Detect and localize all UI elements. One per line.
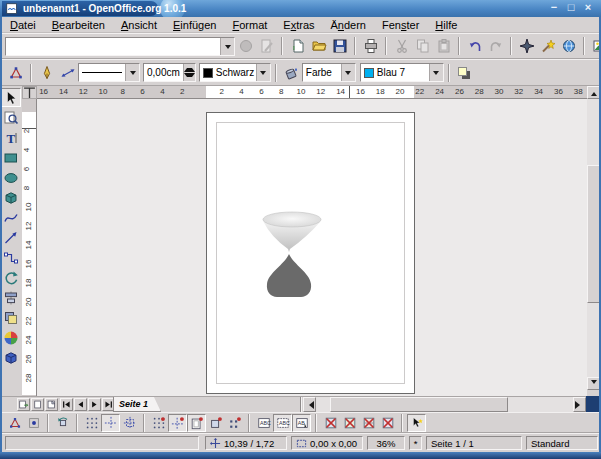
scroll-left-button[interactable] xyxy=(303,397,316,412)
master-mode-button[interactable] xyxy=(45,398,58,411)
edit-points-icon[interactable] xyxy=(5,414,24,432)
show-grid-icon[interactable] xyxy=(82,414,101,432)
horizontal-scrollbar[interactable] xyxy=(303,397,586,412)
draft-picture-icon[interactable] xyxy=(321,414,340,432)
page-mode-button[interactable] xyxy=(31,398,44,411)
lines-arrows-tool[interactable] xyxy=(1,228,21,247)
ellipse-tool[interactable] xyxy=(1,168,21,187)
new-document-icon[interactable] xyxy=(287,36,308,56)
status-zoom-field[interactable]: 36% xyxy=(367,436,405,450)
drawing-canvas[interactable] xyxy=(37,99,587,396)
drawing-funnel-and-drop[interactable] xyxy=(207,113,414,393)
line-width-value[interactable]: 0,00cm xyxy=(144,64,183,81)
horizontal-ruler[interactable]: 1614121086422468101214161820222426283032… xyxy=(37,86,587,99)
menu-hilfe[interactable]: Hilfe xyxy=(427,18,465,32)
snap-to-grid-icon[interactable] xyxy=(149,414,168,432)
status-style-field[interactable]: Standard xyxy=(526,436,598,450)
glue-points-icon[interactable] xyxy=(24,414,43,432)
select-text-area-icon[interactable]: ABC xyxy=(273,414,292,432)
layer-mode-button[interactable] xyxy=(17,398,30,411)
spin-up-button[interactable] xyxy=(184,64,195,73)
status-page-field[interactable]: Seite 1 / 1 xyxy=(426,436,522,450)
draft-line-icon[interactable] xyxy=(378,414,397,432)
menu-ansicht[interactable]: Ansicht xyxy=(113,18,165,32)
guides-when-moving-icon[interactable] xyxy=(120,414,139,432)
rectangle-tool[interactable] xyxy=(1,148,21,167)
3d-controller-tool[interactable] xyxy=(1,348,21,367)
connector-tool[interactable] xyxy=(1,248,21,267)
copy-icon[interactable] xyxy=(412,36,433,56)
rotate-tool[interactable] xyxy=(1,268,21,287)
navigator-icon[interactable] xyxy=(516,36,537,56)
menu-fenster[interactable]: Fenster xyxy=(374,18,427,32)
undo-icon[interactable] xyxy=(464,36,485,56)
save-icon[interactable] xyxy=(329,36,350,56)
close-button[interactable]: × xyxy=(581,1,595,15)
zoom-tool[interactable] xyxy=(1,108,21,127)
snap-to-guides-icon[interactable] xyxy=(168,414,187,432)
window-frame-bottom[interactable] xyxy=(0,452,601,459)
menu-format[interactable]: Format xyxy=(224,18,275,32)
snap-to-object-points-icon[interactable] xyxy=(225,414,244,432)
hyperlink-icon[interactable] xyxy=(558,36,579,56)
drop-shape[interactable] xyxy=(267,254,311,297)
snap-to-object-border-icon[interactable] xyxy=(206,414,225,432)
horizontal-scroll-thumb[interactable] xyxy=(330,397,508,412)
fill-color-select[interactable]: Blau 7 xyxy=(360,63,444,82)
edit-file-icon[interactable] xyxy=(256,36,277,56)
menu-extras[interactable]: Extras xyxy=(275,18,322,32)
fill-type-value[interactable]: Farbe xyxy=(303,64,341,81)
maximize-button[interactable]: □ xyxy=(564,1,578,15)
draft-hatch-icon[interactable] xyxy=(359,414,378,432)
show-guides-icon[interactable] xyxy=(101,414,120,432)
arrow-ends-icon[interactable] xyxy=(57,63,78,83)
quick-edit-icon[interactable]: ABC xyxy=(254,414,273,432)
url-combobox[interactable] xyxy=(5,37,235,56)
url-value[interactable] xyxy=(6,38,220,55)
arrange-tool[interactable] xyxy=(1,308,21,327)
url-dropdown-button[interactable] xyxy=(220,38,234,55)
3d-objects-tool[interactable] xyxy=(1,188,21,207)
line-pen-icon[interactable] xyxy=(36,63,57,83)
line-width-stepper[interactable]: 0,00cm xyxy=(143,63,196,82)
draft-contour-icon[interactable] xyxy=(340,414,359,432)
previous-page-button[interactable] xyxy=(74,398,87,411)
modify-with-attributes-icon[interactable] xyxy=(407,414,426,432)
first-page-button[interactable] xyxy=(60,398,73,411)
menu-bearbeiten[interactable]: Bearbeiten xyxy=(44,18,113,32)
tab-scroll-divider[interactable] xyxy=(300,397,302,412)
vertical-ruler[interactable]: 246810121416182022242628 xyxy=(22,99,37,396)
page-tab-seite1[interactable]: Seite 1 xyxy=(113,397,161,412)
double-click-edit-text-icon[interactable]: AB xyxy=(292,414,311,432)
select-tool[interactable] xyxy=(1,88,21,107)
fill-type-select[interactable]: Farbe xyxy=(302,63,356,82)
line-style-select[interactable] xyxy=(78,63,140,82)
curve-tool[interactable] xyxy=(1,208,21,227)
minimize-button[interactable]: − xyxy=(547,1,561,15)
print-icon[interactable] xyxy=(360,36,381,56)
cut-icon[interactable] xyxy=(391,36,412,56)
fill-style-icon[interactable] xyxy=(281,63,302,83)
scroll-right-button[interactable] xyxy=(573,397,586,412)
status-size-field[interactable]: 0,00 x 0,00 xyxy=(291,436,363,450)
status-position-field[interactable]: 10,39 / 1,72 xyxy=(205,436,287,450)
snap-to-margins-icon[interactable] xyxy=(187,414,206,432)
effects-tool[interactable] xyxy=(1,328,21,347)
spin-down-button[interactable] xyxy=(184,73,195,82)
zoom-icon[interactable] xyxy=(537,36,558,56)
alignment-tool[interactable] xyxy=(1,288,21,307)
funnel-rim-shape[interactable] xyxy=(263,212,321,227)
open-icon[interactable] xyxy=(308,36,329,56)
paste-icon[interactable] xyxy=(433,36,454,56)
drawing-page[interactable] xyxy=(206,112,415,394)
stop-icon[interactable] xyxy=(235,36,256,56)
menu-einfügen[interactable]: Einfügen xyxy=(165,18,224,32)
shadow-icon[interactable] xyxy=(454,63,475,83)
ruler-origin-button[interactable] xyxy=(22,86,37,99)
menu-ändern[interactable]: Ändern xyxy=(323,18,375,32)
redo-icon[interactable] xyxy=(485,36,506,56)
text-tool[interactable]: T xyxy=(1,128,21,147)
line-color-select[interactable]: Schwarz xyxy=(199,63,271,82)
next-page-button[interactable] xyxy=(88,398,101,411)
rotation-mode-icon[interactable] xyxy=(53,414,72,432)
